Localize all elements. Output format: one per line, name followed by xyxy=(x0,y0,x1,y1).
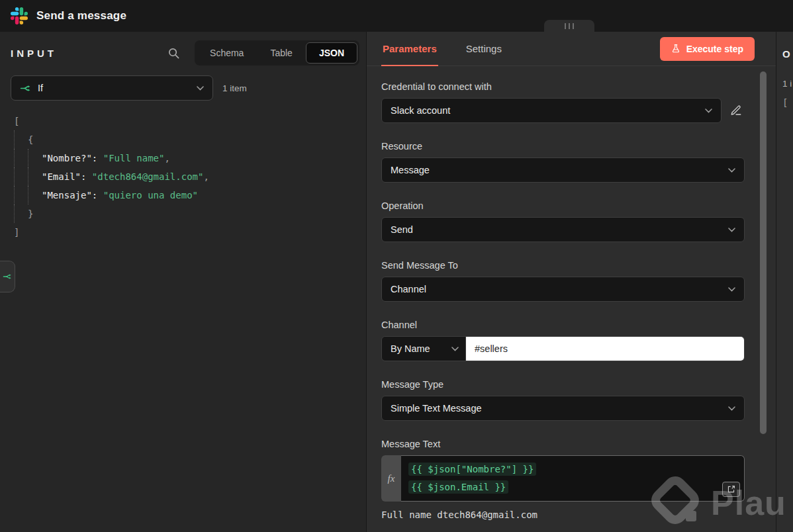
expand-expression-icon xyxy=(727,485,735,494)
select-value: Slack account xyxy=(391,105,700,116)
input-view-tabs: SchemaTableJSON xyxy=(195,40,359,66)
input-json-view: [{"Nombre?": "Full name","Email": "dtech… xyxy=(0,112,366,242)
field-label: Channel xyxy=(381,320,745,330)
tab-schema[interactable]: Schema xyxy=(197,42,257,64)
execute-step-label: Execute step xyxy=(686,44,743,54)
if-branch-icon xyxy=(20,83,31,94)
parameters-header: ParametersSettings Execute step xyxy=(367,32,776,66)
expression-preview: Full name dtech864@gmail.com xyxy=(381,510,745,520)
field-label: Operation xyxy=(381,200,745,211)
tab-settings[interactable]: Settings xyxy=(465,32,503,66)
field-send-message-to: Send Message ToChannel xyxy=(381,260,745,302)
json-line: "Nombre?": "Full name", xyxy=(14,149,366,167)
chevron-down-icon xyxy=(728,406,735,411)
select-value: Send xyxy=(391,224,723,235)
expand-expression-button[interactable] xyxy=(722,482,740,497)
header: Send a message xyxy=(0,0,793,32)
field-operation: OperationSend xyxy=(381,200,745,242)
flask-icon xyxy=(671,44,680,54)
field-message-text: Message Textfx{{ $json["Nombre?"] }}{{ $… xyxy=(381,439,745,520)
input-edge-connector[interactable] xyxy=(0,261,15,292)
fx-expression-icon: fx xyxy=(381,455,401,502)
input-source-row: If 1 item xyxy=(0,74,366,101)
output-panel-collapsed: O 1 i [ xyxy=(776,32,793,532)
chevron-down-icon xyxy=(197,86,204,91)
input-panel: INPUT SchemaTableJSON xyxy=(0,32,367,532)
output-panel-title: O xyxy=(782,48,793,60)
field-label: Message Text xyxy=(381,439,745,449)
expression-code-area[interactable]: {{ $json["Nombre?"] }}{{ $json.Email }} xyxy=(401,455,745,502)
expression-editor: fx{{ $json["Nombre?"] }}{{ $json.Email }… xyxy=(381,455,745,502)
edit-credential-button[interactable] xyxy=(727,102,745,119)
channel-value-input[interactable] xyxy=(466,337,744,361)
field-label: Resource xyxy=(381,141,745,152)
output-json-fragment: [ xyxy=(782,97,793,108)
parameters-panel: ParametersSettings Execute step Credenti… xyxy=(367,32,776,532)
slack-icon xyxy=(11,7,28,24)
expression-token: {{ $json["Nombre?"] }} xyxy=(408,463,536,476)
json-line: { xyxy=(14,130,366,149)
input-panel-title: INPUT xyxy=(11,48,57,59)
locator-channel: By Name xyxy=(381,336,745,361)
select-value: Simple Text Message xyxy=(391,403,723,414)
expression-line: {{ $json.Email }} xyxy=(408,478,737,496)
execute-step-button[interactable]: Execute step xyxy=(660,37,755,61)
tab-parameters[interactable]: Parameters xyxy=(381,32,438,66)
scrollbar-thumb[interactable] xyxy=(760,71,767,434)
select-value: Channel xyxy=(391,284,723,294)
json-line: "Email": "dtech864@gmail.com", xyxy=(14,167,366,186)
input-source-value: If xyxy=(38,83,190,93)
input-item-count: 1 item xyxy=(222,83,247,93)
search-icon[interactable] xyxy=(167,47,180,60)
input-panel-header: INPUT SchemaTableJSON xyxy=(0,32,366,74)
field-credential-to-connect-with: Credential to connect withSlack account xyxy=(381,81,745,123)
json-line: "Mensaje": "quiero una demo" xyxy=(14,186,366,204)
select-send-message-to[interactable]: Channel xyxy=(381,277,745,302)
field-label: Credential to connect with xyxy=(381,81,745,92)
chevron-down-icon xyxy=(705,109,712,113)
page-title: Send a message xyxy=(36,9,126,22)
expression-line: {{ $json["Nombre?"] }} xyxy=(408,461,737,478)
if-branch-icon xyxy=(3,272,12,281)
field-channel: ChannelBy Name xyxy=(381,320,745,361)
json-line: ] xyxy=(14,223,366,242)
panel-drag-handle-icon[interactable] xyxy=(544,20,594,32)
expression-token: {{ $json.Email }} xyxy=(408,480,508,494)
field-message-type: Message TypeSimple Text Message xyxy=(381,379,745,421)
params-tabs: ParametersSettings xyxy=(381,32,530,66)
chevron-down-icon xyxy=(451,347,459,351)
output-item-count: 1 i xyxy=(782,79,793,89)
chevron-down-icon xyxy=(728,287,735,292)
json-line: } xyxy=(14,204,366,223)
select-operation[interactable]: Send xyxy=(381,217,745,242)
tab-table[interactable]: Table xyxy=(257,42,305,64)
node-details-view: Send a message INPUT SchemaTableJSON xyxy=(0,0,793,532)
locator-mode-select[interactable]: By Name xyxy=(382,337,466,361)
pencil-icon xyxy=(730,105,742,116)
select-credential-to-connect-with[interactable]: Slack account xyxy=(381,98,722,123)
field-label: Message Type xyxy=(381,379,745,390)
select-value: Message xyxy=(391,165,723,175)
locator-mode-value: By Name xyxy=(391,343,447,354)
field-resource: ResourceMessage xyxy=(381,141,745,183)
params-fields: Credential to connect withSlack accountR… xyxy=(367,66,776,532)
json-line: [ xyxy=(14,112,366,130)
field-label: Send Message To xyxy=(381,260,745,271)
select-message-type[interactable]: Simple Text Message xyxy=(381,396,745,421)
input-source-select[interactable]: If xyxy=(11,75,213,101)
chevron-down-icon xyxy=(728,168,735,173)
tab-json[interactable]: JSON xyxy=(306,42,357,64)
chevron-down-icon xyxy=(728,228,735,232)
select-resource[interactable]: Message xyxy=(381,157,745,183)
